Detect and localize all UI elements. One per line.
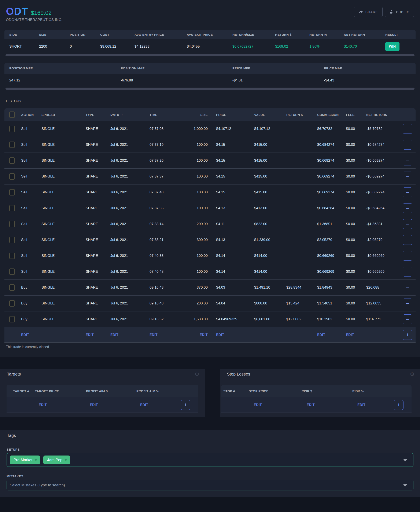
cell-value: $1,239.00 [254, 238, 286, 242]
mistakes-select[interactable]: Select Mistakes (Type to search) [7, 480, 413, 490]
cell-fees: $0.00 [346, 285, 366, 290]
share-button[interactable]: SHARE [354, 7, 382, 17]
remove-chip-icon[interactable]: x [35, 458, 37, 462]
edit-link-commission[interactable]: EDIT [317, 333, 346, 337]
cell-return: $127.062 [286, 317, 317, 321]
chevron-down-icon[interactable] [403, 459, 407, 461]
row-checkbox[interactable] [9, 284, 15, 291]
remove-row-button[interactable]: − [403, 235, 412, 245]
add-row-button[interactable]: + [403, 330, 412, 340]
remove-row-button[interactable]: − [403, 140, 412, 150]
remove-row-button[interactable]: − [403, 251, 412, 261]
edit-link-stop-price[interactable]: EDIT [249, 403, 301, 407]
edit-link-action[interactable]: EDIT [21, 333, 41, 337]
remove-row-button[interactable]: − [403, 283, 412, 292]
row-checkbox-cell [9, 142, 21, 148]
row-checkbox[interactable] [9, 237, 15, 243]
cell-price: $4.14 [216, 254, 254, 258]
cell-action: Sell [21, 269, 41, 274]
summary-value-side: SHORT [9, 45, 39, 49]
setups-label: SETUPS [7, 448, 413, 451]
cell-size: 1,630.00 [184, 317, 216, 321]
history-row: SellSINGLESHAREJul 6, 202107:37:26100.00… [4, 153, 416, 169]
history-row: SellSINGLESHAREJul 6, 202107:37:19100.00… [4, 137, 416, 153]
setups-select[interactable]: Pre-Marketx4am Popx [7, 453, 413, 467]
history-col-action: ACTION [21, 113, 41, 117]
tags-body: SETUPS Pre-Marketx4am Popx MISTAKES Sele… [0, 448, 420, 497]
row-checkbox[interactable] [9, 126, 15, 132]
excursion-horizontal-scrollbar[interactable] [6, 88, 414, 90]
cell-commission: $0.684274 [317, 143, 346, 147]
edit-link-price[interactable]: EDIT [216, 333, 254, 337]
remove-row-button[interactable]: − [403, 124, 412, 134]
remove-row-button[interactable]: − [403, 203, 412, 213]
summary-value-return-size: $0.07682727 [232, 45, 275, 49]
row-checkbox[interactable] [9, 221, 15, 227]
cell-price: $4.03 [216, 285, 254, 290]
cell-value: $415.00 [254, 174, 286, 179]
edit-link-risk[interactable]: EDIT [352, 403, 394, 407]
remove-row-button[interactable]: − [403, 267, 412, 276]
row-checkbox[interactable] [9, 253, 15, 259]
add-row-button[interactable]: + [180, 400, 190, 410]
row-checkbox[interactable] [9, 300, 15, 306]
tags-panel: Tags SETUPS Pre-Marketx4am Popx MISTAKES… [0, 430, 420, 497]
edit-actions-cell: + [180, 400, 198, 410]
row-actions-cell: − [403, 156, 416, 165]
cell-fees: $0.00 [346, 159, 366, 163]
remove-row-button[interactable]: − [403, 156, 412, 165]
cell-type: SHARE [86, 143, 110, 147]
history-col-label: TIME [150, 113, 157, 117]
summary-result-cell: WIN [385, 42, 416, 51]
edit-link-profit-aim[interactable]: EDIT [86, 403, 136, 407]
remove-row-button[interactable]: − [403, 298, 412, 308]
excursion-value-position-mfe: 247.12 [9, 78, 121, 83]
remove-row-button[interactable]: − [403, 314, 412, 324]
cell-date: Jul 6, 2021 [110, 238, 150, 242]
remove-row-button[interactable]: − [403, 187, 412, 197]
edit-link-time[interactable]: EDIT [150, 333, 184, 337]
setup-tag-chip[interactable]: Pre-Marketx [10, 456, 40, 464]
cell-time: 07:37:08 [150, 127, 184, 131]
row-checkbox[interactable] [9, 268, 15, 275]
cell-size: 200.00 [184, 301, 216, 306]
remove-row-button[interactable]: − [403, 219, 412, 229]
remove-row-button[interactable]: − [403, 172, 412, 181]
edit-link-target-price[interactable]: EDIT [35, 403, 86, 407]
cell-spread: SINGLE [41, 238, 86, 242]
cell-fees: $0.00 [346, 238, 366, 242]
targets-panel: Targets ⚙ TARGET #TARGET PRICEPROFIT AIM… [0, 369, 205, 417]
select-all-checkbox[interactable] [9, 112, 15, 118]
edit-link-risk[interactable]: EDIT [301, 403, 352, 407]
add-row-button[interactable]: + [394, 400, 404, 410]
summary-horizontal-scrollbar[interactable] [6, 54, 414, 56]
edit-link-profit-aim[interactable]: EDIT [136, 403, 180, 407]
edit-link-size[interactable]: EDIT [184, 333, 216, 337]
edit-link-fees[interactable]: EDIT [346, 333, 366, 337]
edit-link-type[interactable]: EDIT [86, 333, 110, 337]
remove-chip-icon[interactable]: x [65, 458, 67, 462]
gear-icon[interactable]: ⚙ [195, 371, 199, 377]
public-button[interactable]: PUBLIC [385, 7, 414, 17]
history-col-label: PRICE [216, 113, 226, 117]
row-checkbox[interactable] [9, 205, 15, 211]
targets-col-profit-aim: PROFIT AIM $ [86, 389, 136, 393]
row-checkbox[interactable] [9, 142, 15, 148]
edit-link-date[interactable]: EDIT [110, 333, 150, 337]
chevron-down-icon[interactable] [403, 484, 407, 487]
row-checkbox[interactable] [9, 189, 15, 196]
sort-ascending-icon[interactable]: ↑ [121, 113, 123, 116]
cell-value: $413.00 [254, 206, 286, 210]
history-select-all-cell [9, 112, 21, 118]
row-checkbox-cell [9, 157, 21, 164]
cell-value: $822.00 [254, 222, 286, 226]
cell-commission: $6.70782 [317, 127, 346, 131]
cell-size: 200.00 [184, 222, 216, 226]
gear-icon[interactable]: ⚙ [410, 371, 414, 377]
row-checkbox[interactable] [9, 316, 15, 322]
edit-actions-cell: + [403, 330, 416, 340]
setup-tag-chip[interactable]: 4am Popx [43, 456, 70, 464]
cell-time: 09:16:52 [150, 317, 184, 321]
row-checkbox[interactable] [9, 157, 15, 164]
row-checkbox[interactable] [9, 173, 15, 180]
